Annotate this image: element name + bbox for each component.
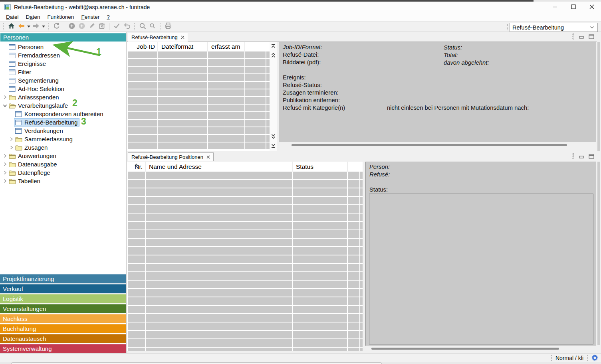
table-row[interactable] — [128, 306, 363, 313]
table-row[interactable] — [128, 82, 270, 89]
table-cell[interactable] — [128, 322, 146, 330]
table-cell[interactable] — [146, 281, 293, 288]
table-cell[interactable] — [146, 348, 293, 351]
table-row[interactable] — [128, 222, 363, 229]
table-cell[interactable] — [293, 348, 348, 351]
chevron-right-icon[interactable] — [2, 95, 8, 99]
forward-button[interactable] — [31, 22, 41, 31]
tree-item-filter[interactable]: Filter — [0, 68, 126, 76]
table-row[interactable] — [128, 339, 363, 347]
table-cell[interactable] — [208, 82, 245, 89]
table-cell[interactable] — [158, 97, 208, 104]
table-cell[interactable] — [245, 112, 266, 119]
table-cell[interactable] — [245, 97, 266, 104]
tree-item-korrespondenzen-aufbereiten[interactable]: Korrespondenzen aufbereiten — [0, 110, 126, 118]
table-cell[interactable] — [158, 135, 208, 142]
table-cell[interactable] — [128, 89, 158, 96]
table-cell[interactable] — [146, 264, 293, 271]
panel-maximize-icon[interactable] — [589, 153, 594, 160]
module-bar-datenaustausch[interactable]: Datenaustausch — [0, 334, 126, 343]
module-bar-systemverwaltung[interactable]: Systemverwaltung — [0, 344, 126, 353]
tree-item-verarbeitungsl-ufe[interactable]: Verarbeitungsläufe — [0, 101, 126, 110]
tree-item-anlassspenden[interactable]: Anlassspenden — [0, 93, 126, 101]
chevron-right-icon[interactable] — [2, 170, 8, 175]
module-bar-buchhaltung[interactable]: Buchhaltung — [0, 324, 126, 333]
table-cell[interactable] — [128, 272, 146, 280]
table-cell[interactable] — [348, 348, 360, 351]
table-row[interactable] — [128, 180, 363, 188]
table-cell[interactable] — [146, 188, 293, 196]
table-cell[interactable] — [245, 135, 266, 142]
table-cell[interactable] — [245, 51, 266, 58]
refresh-button[interactable] — [52, 22, 61, 31]
tree-item-refusé-bearbeitung[interactable]: Refusé-Bearbeitung — [0, 118, 126, 127]
table-row[interactable] — [128, 239, 363, 246]
panel-minimize-icon[interactable] — [579, 34, 584, 41]
table-row[interactable] — [128, 74, 270, 81]
table-row[interactable] — [128, 247, 363, 255]
table-cell[interactable] — [348, 289, 360, 297]
table-cell[interactable] — [128, 74, 158, 81]
table-cell[interactable] — [348, 322, 360, 330]
table-cell[interactable] — [128, 255, 146, 263]
table-cell[interactable] — [128, 214, 146, 221]
panel-minimize-icon[interactable] — [579, 153, 584, 160]
table-cell[interactable] — [146, 255, 293, 263]
table-cell[interactable] — [208, 112, 245, 119]
menu-item-fenster[interactable]: Fenster — [77, 13, 103, 21]
table-cell[interactable] — [146, 172, 293, 179]
table-cell[interactable] — [158, 120, 208, 127]
menu-item-datei[interactable]: Datei — [2, 13, 22, 21]
table-row[interactable] — [128, 135, 270, 142]
table-row[interactable] — [128, 255, 363, 263]
table-cell[interactable] — [128, 135, 158, 142]
close-button[interactable] — [583, 2, 601, 13]
table-cell[interactable] — [128, 339, 146, 347]
table-row[interactable] — [128, 272, 363, 280]
table-row[interactable] — [128, 214, 363, 221]
menu-item-funktionen[interactable]: Funktionen — [44, 13, 78, 21]
table-cell[interactable] — [146, 230, 293, 238]
back-button[interactable] — [16, 22, 26, 31]
table-cell[interactable] — [128, 188, 146, 196]
module-bar-verkauf[interactable]: Verkauf — [0, 284, 126, 293]
table-row[interactable] — [128, 322, 363, 330]
table-cell[interactable] — [128, 51, 158, 58]
tab-close-icon[interactable] — [206, 154, 210, 160]
tree-item-ad-hoc-selektion[interactable]: Ad-Hoc Selektion — [0, 85, 126, 93]
table-row[interactable] — [128, 314, 363, 322]
forward-history-dropdown[interactable] — [41, 22, 46, 31]
table-cell[interactable] — [348, 197, 360, 204]
table-cell[interactable] — [293, 205, 348, 213]
search-secondary-button[interactable] — [147, 22, 157, 31]
table-cell[interactable] — [128, 105, 158, 111]
column-header-Name und Adresse[interactable]: Name und Adresse — [146, 162, 293, 172]
table-cell[interactable] — [158, 82, 208, 89]
module-selector-combobox[interactable]: Refusé-Bearbeitung — [510, 23, 598, 32]
tree-item-datenpflege[interactable]: Datenpflege — [0, 168, 126, 177]
table-cell[interactable] — [208, 120, 245, 127]
table-cell[interactable] — [128, 281, 146, 288]
table-cell[interactable] — [158, 59, 208, 66]
table-cell[interactable] — [128, 180, 146, 188]
minimize-button[interactable] — [546, 2, 564, 13]
table-cell[interactable] — [128, 289, 146, 297]
table-cell[interactable] — [348, 272, 360, 280]
table-row[interactable] — [128, 264, 363, 271]
table-cell[interactable] — [208, 127, 245, 134]
table-cell[interactable] — [245, 142, 266, 149]
table-cell[interactable] — [245, 105, 266, 111]
table-row[interactable] — [128, 205, 363, 213]
panel-options-grip[interactable] — [572, 33, 575, 42]
table-cell[interactable] — [293, 306, 348, 313]
maximize-button[interactable] — [564, 2, 583, 13]
table-cell[interactable] — [293, 247, 348, 255]
table-cell[interactable] — [128, 314, 146, 322]
tree-item-personen[interactable]: Personen — [0, 43, 126, 51]
home-button[interactable] — [6, 22, 16, 31]
tree-item-verdankungen[interactable]: Verdankungen — [0, 127, 126, 135]
table-cell[interactable] — [208, 67, 245, 73]
search-button[interactable] — [137, 22, 147, 31]
table-row[interactable] — [128, 297, 363, 305]
table-cell[interactable] — [146, 247, 293, 255]
